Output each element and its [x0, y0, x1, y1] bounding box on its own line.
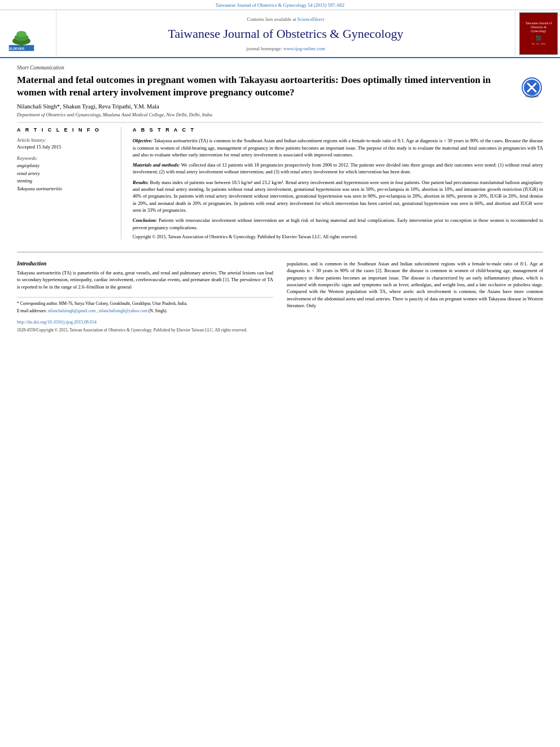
- article-info-heading: A R T I C L E I N F O: [17, 127, 112, 133]
- crossmark-icon: CrossMark: [520, 76, 543, 99]
- corresponding-address: MM-76, Surya Vihar Colony, Gorakhnaht, G…: [59, 301, 187, 306]
- body-content: Introduction Takayasu aortoarteritis (TA…: [0, 252, 560, 335]
- header-center: Contents lists available at ScienceDirec…: [56, 10, 515, 57]
- introduction-heading: Introduction: [17, 260, 273, 267]
- header-divider: [17, 122, 543, 123]
- elsevier-logo: ELSEVIER: [5, 30, 38, 53]
- abstract-objective: Objective: Takayasu aortoarteritis (TA) …: [133, 137, 543, 158]
- conclusion-label: Conclusion:: [133, 217, 157, 223]
- abstract-results: Results: Body mass index of patients was…: [133, 179, 543, 214]
- svg-text:CrossMark: CrossMark: [525, 94, 539, 98]
- homepage-line: journal homepage: www.tjog-online.com: [246, 46, 325, 51]
- abstract-heading: A B S T R A C T: [133, 127, 543, 133]
- corresponding-label: * Corresponding author.: [17, 301, 58, 306]
- affiliation-line: Department of Obstetrics and Gynaecology…: [17, 112, 543, 117]
- journal-thumbnail: Taiwanese Journal ofObstetrics &Gynecolo…: [519, 12, 558, 55]
- keywords-label: Keywords:: [17, 155, 112, 161]
- sciencedirect-line: Contents lists available at ScienceDirec…: [247, 16, 325, 22]
- authors-line: Nilanchali Singh*, Shakun Tyagi, Reva Tr…: [17, 103, 543, 110]
- results-text: Body mass index of patients was between …: [133, 180, 543, 213]
- objective-text: Takayasu aortoarteritis (TA) is common i…: [133, 138, 543, 158]
- objective-label: Objective:: [133, 138, 152, 143]
- article-info-col: A R T I C L E I N F O Article history: A…: [17, 127, 121, 239]
- keyword-2: renal artery: [17, 170, 112, 178]
- two-col-section: A R T I C L E I N F O Article history: A…: [17, 127, 543, 239]
- email1-link[interactable]: nilanchalisingh@gmail.com: [48, 308, 96, 313]
- abstract-conclusion: Conclusion: Patients with renovascular i…: [133, 217, 543, 231]
- body-two-col: Introduction Takayasu aortoarteritis (TA…: [17, 260, 543, 335]
- top-citation-bar: Taiwanese Journal of Obstetrics & Gyneco…: [0, 0, 560, 10]
- email2-link[interactable]: nilanchalisingh@yahoo.com: [99, 308, 147, 313]
- article-title: Maternal and fetal outcomes in pregnant …: [17, 74, 509, 99]
- svg-text:ELSEVIER: ELSEVIER: [10, 47, 25, 50]
- intro-para2-text: population, and is common in the Southea…: [287, 261, 543, 308]
- footnote-email: E-mail addresses: nilanchalisingh@gmail.…: [17, 308, 273, 314]
- article-content: Short Communication Maternal and fetal o…: [0, 58, 560, 245]
- email-sep: ,: [97, 308, 98, 313]
- keyword-4: Takayasu aortoarteritis: [17, 185, 112, 193]
- svg-point-4: [16, 31, 27, 37]
- contents-label: Contents lists available at: [247, 16, 296, 22]
- homepage-url[interactable]: www.tjog-online.com: [283, 46, 325, 51]
- conclusion-text: Patients with renovascular involvement w…: [133, 217, 543, 230]
- accepted-date: Accepted 15 July 2015: [17, 144, 112, 150]
- copyright-line: Copyright © 2015, Taiwan Association of …: [133, 234, 543, 239]
- methods-label: Materials and methods:: [133, 162, 180, 168]
- footnote-corresponding: * Corresponding author. MM-76, Surya Vih…: [17, 301, 273, 307]
- email-note: (N. Singh).: [148, 308, 168, 313]
- intro-para1-text: Takayasu aortoarteritis (TA) is panarter…: [17, 270, 273, 290]
- elsevier-logo-area: ELSEVIER: [0, 10, 56, 57]
- homepage-prefix: journal homepage:: [246, 46, 282, 51]
- keyword-1: angioplasty: [17, 162, 112, 170]
- intro-para2: population, and is common in the Southea…: [287, 260, 543, 309]
- abstract-methods: Materials and methods: We collected data…: [133, 161, 543, 176]
- page-wrapper: Taiwanese Journal of Obstetrics & Gyneco…: [0, 0, 560, 335]
- footnote-doi: http://dx.doi.org/10.1016/j.tjog.2015.08…: [17, 319, 273, 325]
- title-row: Maternal and fetal outcomes in pregnant …: [17, 74, 543, 103]
- citation-text: Taiwanese Journal of Obstetrics & Gyneco…: [216, 2, 344, 8]
- keyword-3: stenting: [17, 177, 112, 185]
- footnotes-area: * Corresponding author. MM-76, Surya Vih…: [17, 297, 273, 334]
- abstract-col: A B S T R A C T Objective: Takayasu aort…: [133, 127, 543, 239]
- crossmark-badge: CrossMark: [520, 76, 543, 100]
- section-type: Short Communication: [17, 65, 543, 71]
- header-right: Taiwanese Journal ofObstetrics &Gynecolo…: [515, 10, 560, 57]
- title-text-block: Maternal and fetal outcomes in pregnant …: [17, 74, 520, 103]
- sciencedirect-link[interactable]: ScienceDirect: [298, 16, 325, 22]
- journal-title-header: Taiwanese Journal of Obstetrics & Gyneco…: [168, 27, 404, 41]
- issn-line: 1028-4559/Copyright © 2015, Taiwan Assoc…: [17, 327, 273, 334]
- results-label: Results:: [133, 180, 148, 185]
- intro-para1: Takayasu aortoarteritis (TA) is panarter…: [17, 269, 273, 290]
- body-left-col: Introduction Takayasu aortoarteritis (TA…: [17, 260, 273, 335]
- journal-header: ELSEVIER Contents lists available at Sci…: [0, 10, 560, 58]
- email-label: E-mail addresses:: [17, 308, 47, 313]
- elsevier-tree-icon: ELSEVIER: [5, 30, 38, 53]
- history-label: Article history:: [17, 137, 112, 143]
- authors-text: Nilanchali Singh*, Shakun Tyagi, Reva Tr…: [17, 103, 159, 110]
- thumbnail-inner: Taiwanese Journal ofObstetrics &Gynecolo…: [524, 20, 554, 48]
- methods-text: We collected data of 12 patients with 18…: [133, 162, 543, 174]
- keywords-list: angioplasty renal artery stenting Takaya…: [17, 162, 112, 193]
- doi-link[interactable]: http://dx.doi.org/10.1016/j.tjog.2015.08…: [17, 319, 273, 325]
- body-right-col: population, and is common in the Southea…: [287, 260, 543, 335]
